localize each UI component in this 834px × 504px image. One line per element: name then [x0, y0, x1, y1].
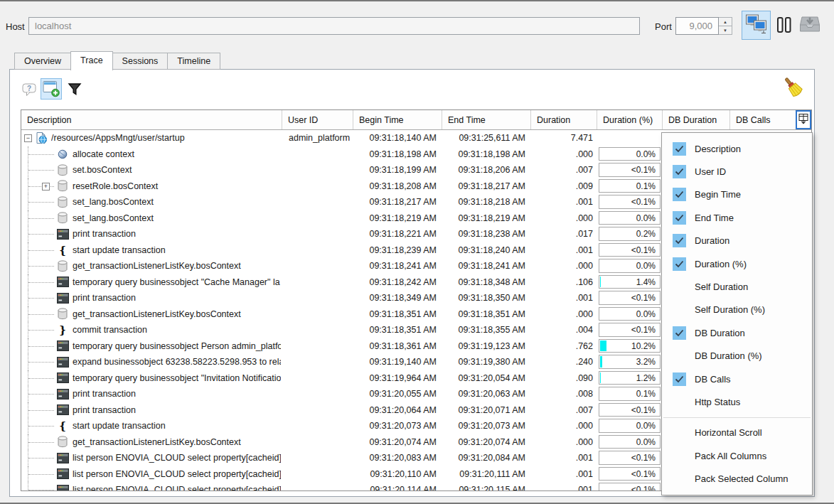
duration-percent-box: 0.0% — [599, 419, 661, 433]
tab-trace[interactable]: Trace — [70, 51, 113, 70]
description-cell: list person ENOVIA_CLOUD select property… — [21, 466, 282, 483]
host-input[interactable] — [28, 17, 640, 35]
description-cell: get_transactionListenerListKey.bosContex… — [21, 258, 282, 274]
tree-guide-stub — [28, 490, 54, 490]
end-time-cell: 09:31:20,073 AM — [442, 418, 531, 434]
menu-item-description[interactable]: Description — [662, 137, 812, 160]
menu-item-end-time[interactable]: End Time — [662, 206, 812, 229]
duration-percent-cell: <0.1% — [597, 162, 663, 178]
menu-item-label: Duration — [695, 235, 729, 246]
column-header-duration-[interactable]: Duration (%) — [597, 110, 663, 129]
expand-toggle-icon[interactable]: + — [42, 183, 50, 191]
host-label: Host — [6, 21, 25, 32]
column-header-end-time[interactable]: End Time — [442, 110, 531, 129]
duration-cell: .762 — [531, 338, 597, 355]
broom-clear-icon[interactable] — [782, 75, 803, 98]
column-header-db-calls[interactable]: DB Calls — [730, 110, 796, 129]
pause-button[interactable] — [775, 16, 793, 36]
tree-guide-stub — [28, 202, 54, 203]
collapse-toggle-icon[interactable]: − — [24, 134, 32, 142]
column-header-db-duration[interactable]: DB Duration — [663, 110, 730, 129]
tree-guide-stub — [28, 314, 54, 315]
menu-item-begin-time[interactable]: Begin Time — [662, 183, 812, 206]
menu-item-spacer — [673, 472, 686, 486]
row-description: set_lang.bosContext — [73, 213, 281, 223]
port-spin-down-icon[interactable]: ▼ — [719, 26, 732, 35]
column-header-duration[interactable]: Duration — [531, 110, 597, 129]
duration-percent-cell: <0.1% — [597, 290, 663, 306]
user-id-cell — [282, 418, 353, 434]
duration-percent-cell: 1.4% — [597, 274, 663, 291]
duration-percent-box: 0.0% — [599, 211, 661, 225]
database-icon — [56, 308, 69, 321]
user-id-cell — [282, 258, 353, 274]
menu-item-duration-[interactable]: Duration (%) — [662, 252, 812, 275]
port-spin-up-icon[interactable]: ▲ — [719, 17, 732, 26]
table-header-row: DescriptionUser IDBegin TimeEnd TimeDura… — [21, 110, 811, 130]
add-window-icon[interactable] — [41, 78, 62, 100]
filter-icon[interactable] — [66, 80, 83, 97]
page-globe-icon — [35, 132, 48, 144]
duration-percent-box: <0.1% — [599, 243, 661, 257]
tree-guide-stub — [28, 266, 54, 267]
menu-item-pack-selected-column[interactable]: Pack Selected Column — [662, 467, 812, 490]
begin-time-cell: 09:31:18,349 AM — [353, 290, 442, 306]
brace-open-icon: { — [56, 244, 69, 257]
begin-time-cell: 09:31:20,083 AM — [353, 450, 442, 466]
menu-item-user-id[interactable]: User ID — [662, 160, 812, 183]
tab-sessions[interactable]: Sessions — [113, 53, 168, 70]
column-header-begin-time[interactable]: Begin Time — [353, 110, 442, 129]
begin-time-cell: 09:31:20,074 AM — [353, 434, 442, 451]
menu-item-pack-all-columns[interactable]: Pack All Columns — [662, 444, 812, 467]
column-header-description[interactable]: Description — [21, 110, 282, 129]
row-description: list person ENOVIA_CLOUD select property… — [73, 485, 281, 491]
user-id-cell — [282, 290, 353, 306]
duration-percent-value: 0.1% — [636, 389, 656, 399]
tab-timeline[interactable]: Timeline — [167, 53, 220, 70]
port-value[interactable]: 9,000 — [675, 17, 719, 35]
duration-percent-cell: <0.1% — [597, 242, 663, 259]
import-button[interactable] — [798, 14, 822, 36]
duration-percent-cell: 10.2% — [597, 338, 663, 355]
duration-cell: .007 — [531, 162, 597, 178]
tab-overview[interactable]: Overview — [14, 53, 70, 70]
end-time-cell: 09:31:18,238 AM — [442, 226, 531, 242]
row-description: temporary query businessobject Person ad… — [73, 341, 281, 351]
row-description: print transaction — [73, 229, 281, 239]
end-time-cell: 09:31:20,084 AM — [442, 450, 531, 466]
duration-percent-value: <0.1% — [631, 453, 656, 463]
duration-percent-box: <0.1% — [599, 323, 661, 337]
tree-guide-stub — [28, 458, 54, 459]
duration-percent-cell: 0.0% — [597, 434, 663, 451]
menu-item-horizontal-scroll[interactable]: Horizontal Scroll — [662, 422, 812, 444]
menu-item-db-calls[interactable]: DB Calls — [662, 368, 812, 390]
brace-close-icon: } — [56, 323, 69, 336]
end-time-cell: 09:31:18,350 AM — [442, 290, 531, 306]
menu-item-self-duration-[interactable]: Self Duration (%) — [662, 299, 812, 321]
tree-guide-stub — [28, 426, 54, 427]
description-cell: temporary query businessobject Person ad… — [21, 338, 282, 355]
end-time-cell: 09:31:18,198 AM — [442, 146, 531, 163]
menu-item-db-duration-[interactable]: DB Duration (%) — [662, 345, 812, 368]
user-id-cell — [282, 162, 353, 178]
description-cell: −/resources/AppsMngt/user/startup — [21, 130, 282, 146]
menu-item-db-duration[interactable]: DB Duration — [662, 321, 812, 344]
column-header-user-id[interactable]: User ID — [282, 110, 353, 129]
connect-button[interactable] — [742, 11, 771, 40]
duration-percent-box: <0.1% — [599, 467, 661, 481]
help-bubble-icon[interactable]: ? — [21, 82, 40, 99]
menu-item-self-duration[interactable]: Self Duration — [662, 275, 812, 298]
column-selector-button[interactable] — [796, 110, 811, 129]
menu-item-duration[interactable]: Duration — [662, 230, 812, 252]
tree-guide-stub — [28, 282, 54, 283]
database-icon — [56, 436, 69, 449]
end-time-cell: 09:31:18,240 AM — [442, 242, 531, 259]
console-icon — [56, 276, 69, 289]
end-time-cell: 09:31:20,111 AM — [442, 466, 531, 483]
duration-percent-cell: 0.0% — [597, 306, 663, 323]
port-spinner[interactable]: 9,000 ▲ ▼ — [675, 17, 732, 35]
checkbox-unchecked — [673, 303, 686, 316]
menu-item-http-status[interactable]: Http Status — [662, 390, 812, 413]
checkbox-checked-icon — [673, 142, 686, 156]
row-description: temporary query businessobject "Invitati… — [73, 373, 281, 383]
